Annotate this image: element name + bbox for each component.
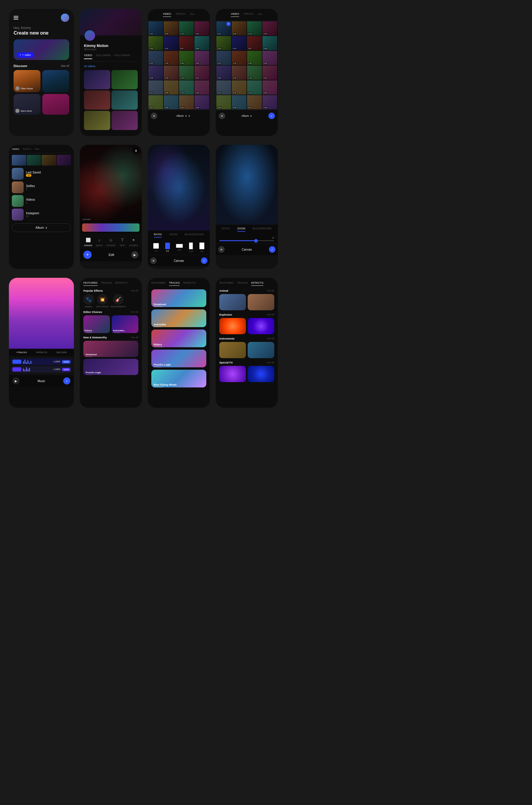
- ratio-cancel-button[interactable]: ✕: [150, 257, 157, 264]
- discover-see-all[interactable]: See All: [61, 64, 69, 68]
- gallery-thumb-14[interactable]: 2:45: [164, 65, 178, 80]
- gallery-thumb-20[interactable]: 0:29: [194, 80, 209, 95]
- track-card-psxcho[interactable]: Psxcho Logic 9 Tracks: [151, 350, 206, 367]
- editor-choices-see-all[interactable]: See All: [131, 311, 138, 313]
- timeline-strip[interactable]: [82, 224, 139, 232]
- gallery-thumb-2[interactable]: 0:45: [164, 21, 178, 36]
- tab-ratio-zoom[interactable]: RATIO: [222, 227, 230, 232]
- effect-explosion[interactable]: 💥 EXPLOSION: [96, 294, 108, 308]
- discover-card-4[interactable]: [42, 94, 69, 115]
- gallery-sel-thumb-21[interactable]: 2:54: [216, 95, 231, 109]
- profile-thumb-2[interactable]: [111, 70, 138, 89]
- play-button[interactable]: ▶: [131, 251, 138, 258]
- gallery-thumb-23[interactable]: 0:10: [179, 95, 194, 109]
- discover-card-1[interactable]: Filipa Gaspar: [14, 70, 40, 92]
- gallery-sel-thumb-20[interactable]: 0:29: [263, 80, 277, 95]
- confirm-button-2[interactable]: ✓: [268, 113, 275, 119]
- gallery-thumb-18[interactable]: 0:45: [164, 80, 178, 95]
- noteworthy-psxcho[interactable]: Psxcho Logic 9 Tracks: [83, 359, 138, 375]
- gallery-thumb-5[interactable]: 2:46: [148, 36, 163, 50]
- effect-instruments[interactable]: 🎸 INSTRUMENTS: [111, 294, 126, 308]
- gallery-thumb-13[interactable]: 0:48: [148, 65, 163, 80]
- cat-card-cyber-gate[interactable]: [219, 366, 246, 382]
- album-item-3[interactable]: Videos 2: [12, 195, 71, 207]
- gallery-thumb-7[interactable]: 0:67: [179, 36, 194, 50]
- profile-thumb-5[interactable]: [84, 111, 110, 130]
- etab-tracks-tracks[interactable]: TRACKS: [169, 281, 180, 286]
- gallery-sel-thumb-13[interactable]: 0:48: [216, 65, 231, 80]
- ratio-16-9[interactable]: 16:9: [176, 244, 183, 251]
- tab-following[interactable]: FOLLOWING: [114, 54, 130, 59]
- tool-filters[interactable]: ✦ FILTERS: [130, 236, 138, 247]
- gallery-thumb-24[interactable]: 0:35: [194, 95, 209, 109]
- cat-card-laser[interactable]: [248, 366, 274, 382]
- ratio-3-4[interactable]: 3:4: [199, 242, 205, 252]
- track-card-riders[interactable]: Riders 24 Tracks: [151, 329, 206, 347]
- gallery-sel-thumb-18[interactable]: 0:45: [232, 80, 247, 95]
- gallery-thumb-16[interactable]: 0:23: [194, 65, 209, 80]
- zoom-cancel-button[interactable]: ✕: [218, 246, 225, 253]
- tab-background[interactable]: BACKGROUND: [185, 233, 204, 237]
- zoom-slider-track[interactable]: [219, 240, 274, 241]
- gallery-sel-thumb-7[interactable]: 0:67: [247, 36, 262, 50]
- gtab-photo-2[interactable]: PHOTO: [244, 13, 253, 17]
- track-toggle-1[interactable]: 100%: [62, 360, 70, 364]
- gallery-sel-thumb-3[interactable]: 1:23: [247, 21, 262, 36]
- user-avatar[interactable]: [61, 14, 69, 22]
- album-dropdown-button[interactable]: Album ∨: [12, 224, 71, 232]
- tab-background-zoom[interactable]: BACKGROUND: [253, 227, 272, 232]
- gtab-photo[interactable]: PHOTO: [176, 13, 185, 17]
- ratio-9-16[interactable]: 9:16: [189, 242, 193, 252]
- instruments-cat-see-all[interactable]: See All: [267, 337, 274, 340]
- gallery-thumb-17[interactable]: 0:12: [148, 80, 163, 95]
- tab-zoom[interactable]: ZOOM: [169, 233, 177, 237]
- gallery-sel-thumb-23[interactable]: 0:10: [247, 95, 262, 109]
- animal-cat-see-all[interactable]: See All: [267, 289, 274, 292]
- gallery-sel-thumb-6[interactable]: 0:10: [232, 36, 247, 50]
- ratio-4-5[interactable]: 4:5: [165, 243, 170, 252]
- profile-thumb-1[interactable]: [84, 70, 110, 89]
- music-play-button[interactable]: ▶: [13, 377, 19, 384]
- tool-sticker[interactable]: ☺ STICKER: [107, 236, 115, 247]
- discover-card-2[interactable]: [42, 70, 69, 92]
- tab-follower[interactable]: FOLLOWER: [96, 54, 111, 59]
- hamburger-menu[interactable]: [14, 16, 18, 19]
- gallery-sel-thumb-9[interactable]: 0:15: [216, 51, 231, 65]
- explosion-cat-see-all[interactable]: See All: [267, 313, 274, 316]
- gallery-thumb-10[interactable]: 1:45: [164, 51, 178, 65]
- tab-record[interactable]: RECORD: [56, 351, 67, 354]
- zoom-slider-thumb[interactable]: [254, 239, 258, 243]
- etab-effects-effects[interactable]: EFFECTS: [251, 281, 263, 286]
- gallery-sel-thumb-4[interactable]: 0:16: [263, 21, 277, 36]
- track-card-astrookie[interactable]: Astrookie 6 Tracks: [151, 309, 206, 327]
- gallery-thumb-21[interactable]: 2:54: [148, 95, 163, 109]
- track-2[interactable]: ◁ 100% 100%: [11, 366, 72, 373]
- album-selector-2[interactable]: Album ∧: [228, 114, 266, 117]
- gallery-thumb-1[interactable]: 0:12: [148, 21, 163, 36]
- gallery-close-button-2[interactable]: ✕: [219, 113, 225, 119]
- tab-effects[interactable]: EFFECTS: [36, 351, 47, 354]
- noteworthy-dreamout[interactable]: Dreamout 6 Tracks: [83, 341, 138, 357]
- gallery-sel-thumb-5[interactable]: 2:46: [216, 36, 231, 50]
- cat-card-bird[interactable]: [248, 294, 274, 310]
- tab-video[interactable]: VIDEO: [84, 54, 92, 59]
- ratio-1-1[interactable]: 1:1: [153, 243, 159, 252]
- tool-text[interactable]: T TEXT: [119, 236, 126, 247]
- gallery-sel-thumb-24[interactable]: 0:35: [263, 95, 277, 109]
- gallery-thumb-22[interactable]: 0:28: [164, 95, 178, 109]
- noteworthy-see-all[interactable]: See All: [131, 336, 138, 339]
- album-item-2[interactable]: Selfies 9: [12, 181, 71, 193]
- gallery-sel-thumb-15[interactable]: 1:43: [247, 65, 262, 80]
- album-item-4[interactable]: Instagram 32: [12, 209, 71, 221]
- cat-card-violin[interactable]: [248, 342, 274, 358]
- tool-music[interactable]: ♪ MUSIC: [96, 236, 103, 247]
- add-video-button[interactable]: + + video: [17, 52, 34, 58]
- gallery-thumb-8[interactable]: 0:09: [194, 36, 209, 50]
- tab-photo-5[interactable]: PHOTO: [23, 148, 31, 150]
- gallery-sel-thumb-14[interactable]: 2:45: [232, 65, 247, 80]
- gallery-sel-thumb-19[interactable]: 1:23: [247, 80, 262, 95]
- cat-card-firework[interactable]: [248, 318, 274, 334]
- gallery-sel-thumb-16[interactable]: 0:23: [263, 65, 277, 80]
- gtab-video-2[interactable]: VIDEO: [231, 13, 239, 17]
- effect-animal[interactable]: 🐾 ANIMAL: [83, 294, 94, 308]
